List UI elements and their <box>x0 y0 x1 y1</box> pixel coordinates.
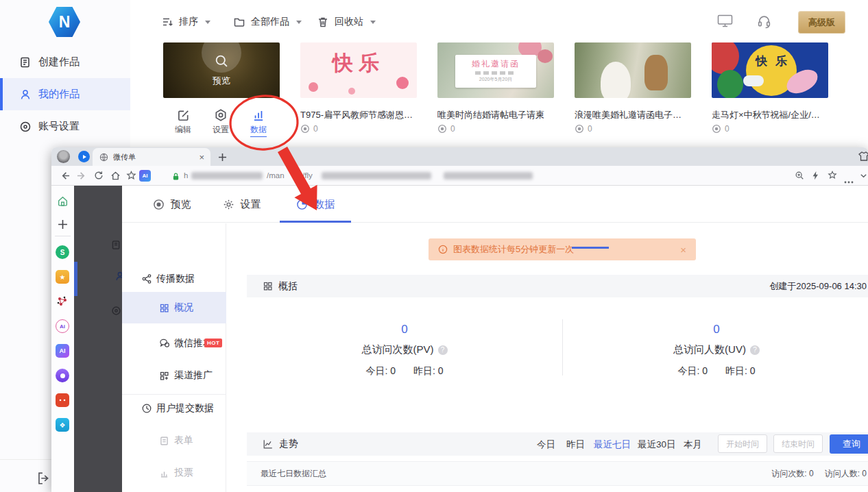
menu-label: 渠道推广 <box>174 369 213 382</box>
thumbnail[interactable]: 婚礼邀请函 2020年5月20日 <box>437 42 554 98</box>
thumb-text: 快乐 <box>751 53 799 69</box>
preview-overlay[interactable]: 预览 <box>163 42 280 98</box>
tab-close-icon[interactable]: × <box>199 152 204 162</box>
headset-icon[interactable] <box>757 14 771 32</box>
zoom-page-icon[interactable] <box>795 171 804 183</box>
browser-address-bar[interactable]: AI h /man /fly <box>51 166 868 186</box>
chevron-down-icon <box>205 21 210 24</box>
theme-shirt-icon[interactable] <box>858 150 868 165</box>
pv-label: 总访问次数(PV) <box>362 343 434 356</box>
menu-item-wechat-push[interactable]: 微信推友 HOT <box>122 330 226 356</box>
card-title: T975-扁平风教师节感谢恩… <box>300 109 417 121</box>
work-card[interactable]: 婚礼邀请函 2020年5月20日 唯美时尚结婚请帖电子请柬 0 <box>437 42 554 98</box>
shortcut-cyan-icon[interactable]: ❖ <box>56 418 69 432</box>
thumbnail[interactable]: 快乐 <box>712 42 828 98</box>
filter-last-30-days[interactable]: 最近30日 <box>638 439 676 451</box>
lantern-decoration <box>712 42 739 74</box>
tab-data[interactable]: 数据 <box>275 186 356 223</box>
dimmed-gear-icon <box>111 306 121 319</box>
modal-side-menu: 传播数据 概况 微信推友 HOT 渠道推广 <box>122 223 226 492</box>
visits-count: 访问次数: 0 <box>771 468 813 480</box>
settings-button[interactable]: 设置 <box>206 108 236 136</box>
work-card[interactable]: 快乐 T975-扁平风教师节感谢恩… 0 <box>300 42 417 98</box>
trend-summary-row: 最近七日数据汇总 访问次数: 0 访问人数: 0 <box>247 461 868 486</box>
monitor-icon[interactable] <box>717 14 733 30</box>
help-icon[interactable]: ? <box>750 345 760 355</box>
add-shortcut-icon[interactable] <box>56 217 69 231</box>
avatar[interactable] <box>57 150 70 163</box>
sidebar-item-create[interactable]: 创建作品 <box>0 46 130 78</box>
wechat-icon <box>159 338 170 349</box>
logout-icon[interactable] <box>36 471 51 486</box>
folder-icon <box>233 16 245 28</box>
app-logo[interactable]: N <box>48 5 81 38</box>
browser-tab[interactable]: 微传单 × <box>93 148 210 166</box>
shortcut-gamepad-icon[interactable] <box>56 393 69 407</box>
lightning-icon[interactable] <box>811 171 820 183</box>
back-icon[interactable] <box>60 171 70 184</box>
ai-extension-icon[interactable]: AI <box>139 170 151 182</box>
tab-settings[interactable]: 设置 <box>206 186 278 223</box>
thumbnail[interactable] <box>575 42 691 98</box>
shortcut-green-docs-icon[interactable]: S <box>56 245 69 259</box>
banner-close-icon[interactable]: × <box>680 244 686 256</box>
all-works-dropdown[interactable]: 全部作品 <box>233 14 302 30</box>
tab-preview[interactable]: 预览 <box>136 186 208 223</box>
form-icon <box>159 436 169 446</box>
chevron-down-icon[interactable] <box>859 171 868 183</box>
shortcut-purple-icon[interactable] <box>56 369 69 382</box>
favicon-globe-icon <box>99 153 108 162</box>
menu-section-spread-data[interactable]: 传播数据 <box>122 269 226 289</box>
sidebar-item-my-works[interactable]: 我的作品 <box>0 78 130 110</box>
filter-this-month[interactable]: 本月 <box>684 439 702 451</box>
all-works-label: 全部作品 <box>251 16 289 28</box>
menu-item-forms[interactable]: 表单 <box>122 428 226 454</box>
bookmark-star-icon[interactable] <box>828 171 837 183</box>
thumbnail-hovered[interactable]: 预览 <box>163 42 280 98</box>
new-tab-icon[interactable] <box>218 152 227 161</box>
menu-item-overview[interactable]: 概况 <box>122 292 226 323</box>
menu-item-channel-promo[interactable]: 渠道推广 <box>122 362 226 389</box>
menu-item-votes[interactable]: 投票 <box>122 460 226 486</box>
flower-decoration <box>538 49 553 63</box>
end-time-input[interactable] <box>773 434 823 453</box>
sort-dropdown[interactable]: 排序 <box>161 14 210 30</box>
sidebar-item-account[interactable]: 账号设置 <box>0 110 130 143</box>
menu-section-user-submitted[interactable]: 用户提交数据 <box>122 396 226 421</box>
forward-icon[interactable] <box>77 171 87 184</box>
created-timestamp: 创建于2025-09-06 14:30 <box>769 280 868 293</box>
work-card[interactable]: 预览 编辑 设置 数据 <box>163 42 280 98</box>
shortcut-star-icon[interactable]: ★ <box>56 270 69 284</box>
shortcut-ai-circle-icon[interactable]: Ai <box>56 319 69 333</box>
menu-label: 用户提交数据 <box>156 402 214 415</box>
modal-tabs: 预览 设置 数据 <box>122 186 868 223</box>
query-button[interactable]: 查询 <box>830 434 868 454</box>
dimmed-page-background <box>74 186 122 492</box>
premium-button[interactable]: 高级版 <box>798 11 845 34</box>
recycle-bin-dropdown[interactable]: 回收站 <box>317 14 376 30</box>
profile-badge-icon[interactable] <box>78 151 90 162</box>
edit-button[interactable]: 编辑 <box>168 108 198 136</box>
filter-last-7-days[interactable]: 最近七日 <box>594 439 631 451</box>
more-options-icon[interactable] <box>844 174 854 186</box>
menu-label: 概况 <box>174 302 193 314</box>
filter-yesterday[interactable]: 昨日 <box>566 439 585 451</box>
thumbnail[interactable]: 快乐 <box>300 42 417 98</box>
data-button[interactable]: 数据 <box>243 108 274 137</box>
start-time-input[interactable] <box>718 434 767 453</box>
help-icon[interactable]: ? <box>438 345 448 355</box>
names-placeholder <box>475 71 516 75</box>
work-card[interactable]: 浪漫唯美婚礼邀请函电子… 0 <box>575 42 691 98</box>
eye-icon <box>437 124 447 134</box>
work-card[interactable]: 快乐 走马灯×中秋节祝福/企业/… 0 <box>712 42 828 98</box>
filter-today[interactable]: 今日 <box>537 439 555 451</box>
share-icon <box>141 273 152 284</box>
home-icon[interactable] <box>110 171 121 184</box>
shortcut-ai-square-icon[interactable]: AI <box>56 344 69 358</box>
shortcut-graph-icon[interactable] <box>56 295 69 308</box>
bookmark-pin-icon[interactable] <box>126 171 136 184</box>
data-label: 数据 <box>250 124 267 137</box>
home-green-icon[interactable] <box>56 194 69 208</box>
view-count: 0 <box>300 124 318 134</box>
reload-icon[interactable] <box>94 171 104 183</box>
